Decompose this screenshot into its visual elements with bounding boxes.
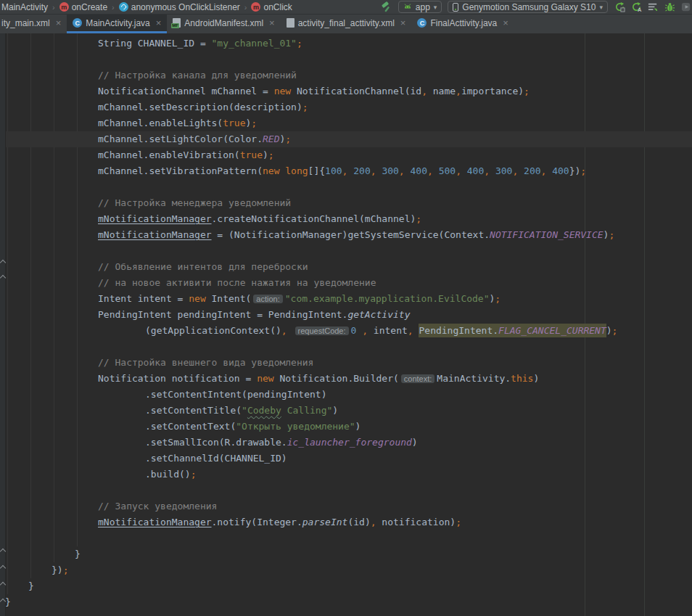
code-line[interactable]: NotificationChannel mChannel = new Notif… bbox=[0, 83, 692, 99]
code-line[interactable]: // на новое активити после нажатия на ув… bbox=[0, 275, 692, 291]
code-line[interactable]: .setContentIntent(pendingIntent) bbox=[0, 387, 692, 403]
run-configuration-label: app bbox=[416, 2, 430, 12]
breadcrumb-item-label: MainActivity bbox=[1, 2, 48, 12]
chevron-down-icon: ▾ bbox=[599, 4, 603, 11]
device-label: Genymotion Samsung Galaxy S10 bbox=[462, 2, 596, 12]
code-line[interactable] bbox=[0, 482, 692, 498]
code-line[interactable]: .build(); bbox=[0, 467, 692, 482]
code-line[interactable]: mChannel.enableVibration(true); bbox=[0, 147, 692, 163]
tab-label: activity_final_acttivity.xml bbox=[298, 18, 395, 28]
code-line[interactable]: .setContentText("Открыть уведомление") bbox=[0, 419, 692, 435]
fold-marker-icon bbox=[0, 260, 6, 266]
code-line[interactable]: mNotificationManager.notify(Integer.pars… bbox=[0, 514, 692, 530]
close-icon[interactable]: × bbox=[400, 18, 406, 28]
code-line[interactable]: // Настройка канала для уведомлений bbox=[0, 67, 692, 83]
code-line[interactable]: } bbox=[0, 546, 692, 562]
breadcrumb-separator-icon: › bbox=[244, 3, 247, 12]
chevron-down-icon: ▾ bbox=[434, 4, 437, 11]
fold-marker-icon bbox=[0, 549, 6, 554]
tab-label: MainActivity.java bbox=[86, 18, 149, 28]
layout-xml-file-icon bbox=[287, 18, 294, 28]
apply-code-changes-icon[interactable]: A bbox=[630, 1, 642, 13]
breadcrumb-item-label: onClick bbox=[263, 2, 292, 12]
tab-label: FinalActtivity.java bbox=[430, 18, 497, 28]
device-select[interactable]: Genymotion Samsung Galaxy S10 ▾ bbox=[448, 1, 608, 13]
code-line[interactable]: // Обьявление интентов для переброски bbox=[0, 259, 692, 275]
close-icon[interactable]: × bbox=[503, 18, 508, 28]
code-line[interactable]: }); bbox=[0, 562, 692, 578]
tab-finalacttivity-java[interactable]: CFinalActtivity.java× bbox=[411, 15, 514, 33]
breadcrumb-item[interactable]: MainActivity bbox=[1, 2, 48, 12]
breadcrumb: MainActivity›monCreate›anonymous OnClick… bbox=[1, 2, 381, 12]
breadcrumb-separator-icon: › bbox=[52, 3, 55, 12]
code-line[interactable]: Notification notification = new Notifica… bbox=[0, 371, 692, 387]
tab-label: ity_main.xml bbox=[1, 18, 50, 28]
method-icon: m bbox=[251, 2, 260, 12]
build-tasks-icon[interactable] bbox=[647, 1, 659, 13]
tab-mainactivity-java[interactable]: CMainActivity.java× bbox=[67, 15, 167, 33]
breadcrumb-separator-icon: › bbox=[112, 3, 115, 12]
code-line[interactable]: .setChannelId(CHANNEL_ID) bbox=[0, 451, 692, 467]
debug-icon[interactable] bbox=[664, 1, 675, 13]
code-line[interactable] bbox=[0, 339, 692, 355]
code-line[interactable]: String CHANNEL_ID = "my_channel_01"; bbox=[0, 36, 692, 52]
code-editor[interactable]: String CHANNEL_ID = "my_channel_01";// Н… bbox=[0, 33, 692, 616]
close-icon[interactable]: × bbox=[269, 18, 275, 28]
code-line[interactable]: mNotificationManager.createNotificationC… bbox=[0, 211, 692, 227]
phone-icon bbox=[453, 3, 458, 12]
apply-changes-restart-icon[interactable] bbox=[614, 1, 625, 13]
tab-ity-main-xml[interactable]: ity_main.xml× bbox=[0, 15, 67, 33]
code-line[interactable]: mChannel.setVibrationPattern(new long[]{… bbox=[0, 163, 692, 179]
code-line[interactable]: } bbox=[0, 578, 692, 594]
code-line[interactable]: mChannel.setDescription(description); bbox=[0, 99, 692, 115]
code-line[interactable]: mChannel.enableLights(true); bbox=[0, 115, 692, 131]
breadcrumb-item[interactable]: monCreate bbox=[59, 2, 107, 12]
code-line[interactable] bbox=[0, 179, 692, 195]
manifest-file-icon: MF bbox=[173, 18, 181, 28]
code-line[interactable] bbox=[0, 52, 692, 67]
code-line[interactable]: mNotificationManager = (NotificationMana… bbox=[0, 227, 692, 243]
run-action-icons: A bbox=[614, 1, 692, 13]
build-hammer-icon[interactable] bbox=[381, 1, 392, 13]
gutter-strip bbox=[0, 33, 6, 616]
tab-androidmanifest-xml[interactable]: MFAndroidManifest.xml× bbox=[167, 15, 280, 33]
svg-text:A: A bbox=[637, 7, 641, 12]
java-class-icon: C bbox=[73, 18, 82, 28]
tab-activity-final-acttivity-xml[interactable]: activity_final_acttivity.xml× bbox=[281, 15, 412, 33]
method-icon: m bbox=[59, 2, 69, 12]
code-line[interactable]: (getApplicationContext(), requestCode:0 … bbox=[0, 323, 692, 339]
code-area[interactable]: String CHANNEL_ID = "my_channel_01";// Н… bbox=[0, 36, 692, 610]
breadcrumb-item[interactable]: monClick bbox=[251, 2, 292, 12]
code-line[interactable]: mChannel.setLightColor(Color.RED); bbox=[0, 131, 692, 147]
toolbar-right: app ▾ Genymotion Samsung Galaxy S10 ▾ A bbox=[381, 1, 692, 13]
run-configuration-select[interactable]: app ▾ bbox=[398, 1, 442, 13]
code-line[interactable]: .setSmallIcon(R.drawable.ic_launcher_for… bbox=[0, 435, 692, 451]
code-line[interactable] bbox=[0, 530, 692, 546]
java-class-icon: C bbox=[417, 18, 427, 28]
android-icon bbox=[403, 3, 412, 12]
editor-tab-bar: ity_main.xml×CMainActivity.java×MFAndroi… bbox=[0, 15, 692, 33]
code-line[interactable] bbox=[0, 243, 692, 259]
close-icon[interactable]: × bbox=[56, 18, 62, 28]
profiler-icon[interactable] bbox=[680, 1, 692, 13]
fold-marker-icon bbox=[0, 582, 6, 588]
code-line[interactable]: // Запуск уведомления bbox=[0, 498, 692, 514]
fold-marker-icon bbox=[0, 599, 6, 604]
fold-marker-icon bbox=[0, 565, 6, 571]
breadcrumb-item-label: anonymous OnClickListener bbox=[131, 2, 240, 12]
code-line[interactable]: PendingIntent pendingIntent = PendingInt… bbox=[0, 307, 692, 323]
code-line[interactable]: // Настройка менеджера уведомлений bbox=[0, 195, 692, 211]
main-toolbar: MainActivity›monCreate›anonymous OnClick… bbox=[0, 0, 692, 15]
code-line[interactable]: Intent intent = new Intent(action:"com.e… bbox=[0, 291, 692, 307]
fold-marker-icon bbox=[0, 275, 6, 281]
anonymous-class-icon bbox=[119, 2, 128, 12]
tab-label: AndroidManifest.xml bbox=[184, 18, 263, 28]
code-line[interactable]: } bbox=[0, 594, 692, 610]
close-icon[interactable]: × bbox=[156, 18, 162, 28]
breadcrumb-item[interactable]: anonymous OnClickListener bbox=[119, 2, 240, 12]
breadcrumb-item-label: onCreate bbox=[72, 2, 107, 12]
code-line[interactable]: .setContentTitle("Codeby Calling") bbox=[0, 403, 692, 419]
code-line[interactable]: // Настройка внешнего вида уведомления bbox=[0, 355, 692, 371]
